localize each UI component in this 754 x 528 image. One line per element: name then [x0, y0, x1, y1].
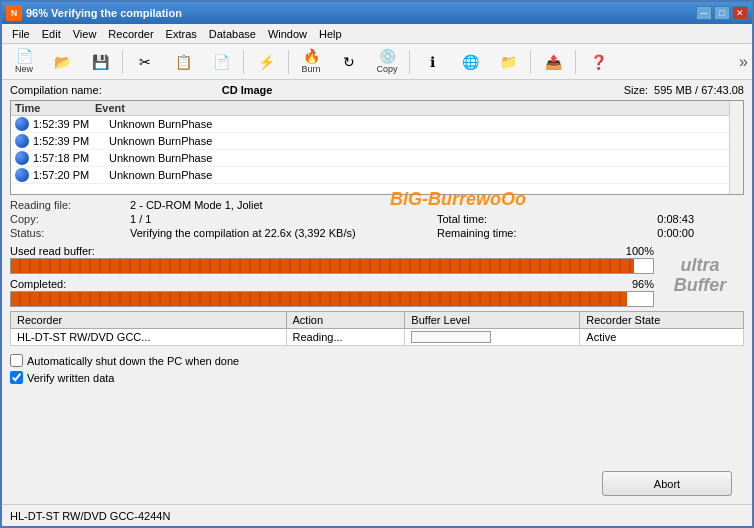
- completed-label-row: Completed: 96%: [10, 278, 654, 290]
- completed-section: Completed: 96%: [10, 278, 654, 307]
- ultra-text: ultraBuffer: [674, 256, 727, 296]
- log-event-3: Unknown BurnPhase: [109, 169, 212, 181]
- log-row: 1:52:39 PM Unknown BurnPhase: [11, 133, 743, 150]
- completed-fill: [11, 292, 627, 306]
- completed-bar: [10, 291, 654, 307]
- recorder-state: Active: [580, 329, 744, 346]
- progress-section: ultraBuffer Used read buffer: 100%: [10, 245, 744, 307]
- log-container: Time Event 1:52:39 PM Unknown BurnPhase …: [10, 100, 744, 195]
- burn-icon: 🔥: [303, 49, 320, 63]
- toolbar-cut[interactable]: ✂: [127, 47, 163, 77]
- save-icon: 💾: [92, 55, 109, 69]
- toolbar-expand[interactable]: »: [739, 53, 748, 71]
- progress-bars-wrap: Used read buffer: 100% Completed: 96%: [10, 245, 654, 307]
- title-bar-text: 96% Verifying the compilation: [26, 7, 696, 19]
- menu-database[interactable]: Database: [203, 27, 262, 41]
- log-event-0: Unknown BurnPhase: [109, 118, 212, 130]
- restore-button[interactable]: □: [714, 6, 730, 20]
- toolbar-new[interactable]: 📄 New: [6, 47, 42, 77]
- menu-view[interactable]: View: [67, 27, 103, 41]
- log-row: 1:57:20 PM Unknown BurnPhase: [11, 167, 743, 184]
- toolbar-sep-1: [122, 50, 123, 74]
- toolbar-copy[interactable]: 💿 Copy: [369, 47, 405, 77]
- read-buffer-label-row: Used read buffer: 100%: [10, 245, 654, 257]
- new-label: New: [15, 64, 33, 74]
- completed-label: Completed:: [10, 278, 66, 290]
- toolbar-sep-5: [530, 50, 531, 74]
- toolbar-folder[interactable]: 📁: [490, 47, 526, 77]
- size-value: 595 MB / 67:43.08: [654, 84, 744, 96]
- menu-extras[interactable]: Extras: [160, 27, 203, 41]
- burn-label: Burn: [301, 64, 320, 74]
- menu-edit[interactable]: Edit: [36, 27, 67, 41]
- toolbar-sep-3: [288, 50, 289, 74]
- toolbar-export[interactable]: 📤: [535, 47, 571, 77]
- abort-button[interactable]: Abort: [602, 471, 732, 496]
- log-event-1: Unknown BurnPhase: [109, 135, 212, 147]
- refresh-icon: ↻: [343, 55, 355, 69]
- auto-shutdown-checkbox[interactable]: [10, 354, 23, 367]
- erase-icon: ⚡: [258, 55, 275, 69]
- log-row-icon: [15, 134, 29, 148]
- menu-recorder[interactable]: Recorder: [102, 27, 159, 41]
- new-icon: 📄: [16, 49, 33, 63]
- toolbar: 📄 New 📂 💾 ✂ 📋 📄 ⚡ 🔥 Burn ↻: [2, 44, 752, 80]
- title-bar: N 96% Verifying the compilation ─ □ ✕: [2, 2, 752, 24]
- read-buffer-percent: 100%: [626, 245, 654, 257]
- completed-percent: 96%: [632, 278, 654, 290]
- cut-icon: ✂: [139, 55, 151, 69]
- recorder-name: HL-DT-ST RW/DVD GCC...: [11, 329, 287, 346]
- log-row-icon: [15, 151, 29, 165]
- buffer-col-header: Buffer Level: [405, 312, 580, 329]
- log-row: 1:52:39 PM Unknown BurnPhase: [11, 116, 743, 133]
- log-header: Time Event: [11, 101, 743, 116]
- help-icon: ❓: [590, 55, 607, 69]
- toolbar-help[interactable]: ❓: [580, 47, 616, 77]
- reading-file-label: Reading file:: [10, 199, 130, 211]
- recorder-table: Recorder Action Buffer Level Recorder St…: [10, 311, 744, 346]
- auto-shutdown-row: Automatically shut down the PC when done: [10, 354, 744, 367]
- close-button[interactable]: ✕: [732, 6, 748, 20]
- reading-file-value: 2 - CD-ROM Mode 1, Joliet: [130, 199, 437, 211]
- ultra-buffer-logo: ultraBuffer: [660, 245, 740, 307]
- toolbar-info[interactable]: ℹ: [414, 47, 450, 77]
- read-buffer-label: Used read buffer:: [10, 245, 95, 257]
- read-buffer-section: Used read buffer: 100%: [10, 245, 654, 274]
- verify-data-checkbox[interactable]: [10, 371, 23, 384]
- menu-help[interactable]: Help: [313, 27, 348, 41]
- read-buffer-bar: [10, 258, 654, 274]
- toolbar-open[interactable]: 📂: [44, 47, 80, 77]
- toolbar-paste[interactable]: 📄: [203, 47, 239, 77]
- toolbar-sep-2: [243, 50, 244, 74]
- compilation-name-label: Compilation name:: [10, 84, 102, 96]
- total-time-label: Total time:: [437, 213, 487, 225]
- title-bar-buttons: ─ □ ✕: [696, 6, 748, 20]
- verify-data-label: Verify written data: [27, 372, 114, 384]
- log-col-time: Time: [15, 102, 95, 114]
- minimize-button[interactable]: ─: [696, 6, 712, 20]
- toolbar-refresh[interactable]: ↻: [331, 47, 367, 77]
- toolbar-erase[interactable]: ⚡: [248, 47, 284, 77]
- paste-icon: 📄: [213, 55, 230, 69]
- menu-file[interactable]: File: [6, 27, 36, 41]
- recorder-action: Reading...: [286, 329, 405, 346]
- log-rows[interactable]: 1:52:39 PM Unknown BurnPhase 1:52:39 PM …: [11, 116, 743, 189]
- info-icon: ℹ: [430, 55, 435, 69]
- toolbar-save[interactable]: 💾: [82, 47, 118, 77]
- compilation-cdimage: CD Image: [222, 84, 273, 96]
- log-scrollbar[interactable]: [729, 101, 743, 194]
- copy-tool-icon: 📋: [175, 55, 192, 69]
- toolbar-burn[interactable]: 🔥 Burn: [293, 47, 329, 77]
- status-value: Verifying the compilation at 22.6x (3,39…: [130, 227, 437, 239]
- export-icon: 📤: [545, 55, 562, 69]
- size-label: Size:: [624, 84, 648, 96]
- read-buffer-fill: [11, 259, 634, 273]
- menu-window[interactable]: Window: [262, 27, 313, 41]
- toolbar-web[interactable]: 🌐: [452, 47, 488, 77]
- info-section: Reading file: 2 - CD-ROM Mode 1, Joliet …: [10, 199, 744, 239]
- log-time-1: 1:52:39 PM: [33, 135, 109, 147]
- copy-label: Copy: [376, 64, 397, 74]
- total-time-value: 0:08:43: [657, 213, 694, 225]
- main-content: Compilation name: CD Image Size: 595 MB …: [2, 80, 752, 392]
- toolbar-copy-tool[interactable]: 📋: [165, 47, 201, 77]
